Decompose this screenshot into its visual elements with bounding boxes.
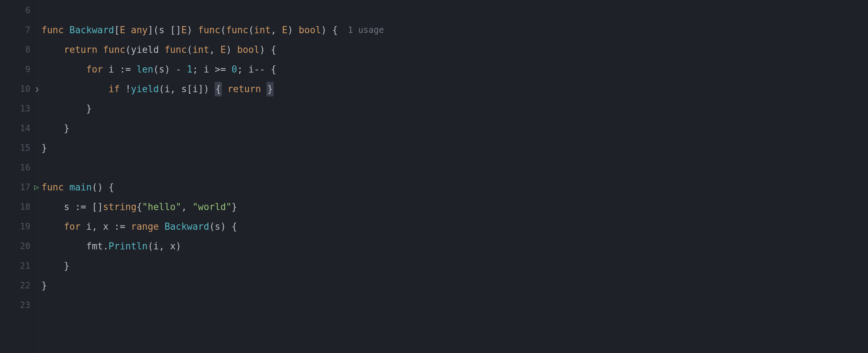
gutter-row[interactable]: 21 [0,256,38,276]
code-line[interactable]: func main() { [41,178,868,197]
line-number: 22 [20,279,30,292]
line-number: 16 [20,161,30,174]
code-line[interactable]: fmt.Println(i, x) [41,237,868,256]
line-number: 6 [25,4,30,17]
code-line[interactable]: } [41,99,868,119]
code-line[interactable]: } [41,119,868,138]
gutter-row[interactable]: 15 [0,138,38,158]
gutter-row[interactable]: 22 [0,276,38,295]
code-line[interactable]: } [41,138,868,158]
gutter-row[interactable]: 20 [0,237,38,256]
line-number: 23 [20,299,30,312]
code-editor: 678910❯1314151617▷181920212223 func Back… [0,0,868,353]
line-number: 21 [20,259,30,273]
gutter-row[interactable]: 13 [0,99,38,119]
folded-brace-close[interactable]: } [266,82,274,96]
line-number: 8 [25,43,30,56]
code-line[interactable]: return func(yield func(int, E) bool) { [41,40,868,60]
usage-hint[interactable]: 1 usage [348,24,384,37]
code-line[interactable]: for i, x := range Backward(s) { [41,217,868,237]
code-line[interactable]: } [41,256,868,276]
gutter-row[interactable]: 23 [0,295,38,315]
code-line[interactable] [41,295,868,315]
code-line[interactable]: } [41,276,868,295]
gutter-row[interactable]: 18 [0,197,38,217]
gutter-row[interactable]: 7 [0,20,38,40]
run-icon[interactable]: ▷ [34,181,39,193]
line-number: 15 [20,141,30,155]
code-line[interactable]: for i := len(s) - 1; i >= 0; i-- { [41,60,868,79]
line-number: 17 [20,181,30,194]
gutter-row[interactable]: 17▷ [0,178,38,197]
code-line[interactable]: s := []string{"hello", "world"} [41,197,868,217]
func-name: Backward [69,23,114,37]
line-number: 18 [20,200,30,214]
line-number: 13 [20,102,30,115]
code-area[interactable]: func Backward[E any](s []E) func(func(in… [39,0,868,353]
code-line[interactable]: func Backward[E any](s []E) func(func(in… [41,20,868,40]
gutter-row[interactable]: 10❯ [0,79,38,99]
keyword-func: func [41,23,64,37]
gutter-row[interactable]: 6 [0,1,38,20]
func-name: main [69,180,92,194]
gutter-row[interactable]: 9 [0,60,38,79]
code-line[interactable] [41,1,868,20]
code-line[interactable]: if !yield(i, s[i]) { return } [41,79,868,99]
gutter-row[interactable]: 19 [0,217,38,237]
line-number: 10 [20,83,30,96]
line-number: 14 [20,122,30,135]
gutter-row[interactable]: 8 [0,40,38,60]
code-line[interactable] [41,158,868,178]
line-number: 19 [20,220,30,233]
gutter-row[interactable]: 14 [0,119,38,138]
line-number: 20 [20,240,30,253]
line-number: 7 [25,24,30,37]
gutter-row[interactable]: 16 [0,158,38,178]
gutter: 678910❯1314151617▷181920212223 [0,0,39,353]
line-number: 9 [25,63,30,76]
folded-brace-open[interactable]: { [215,82,222,96]
